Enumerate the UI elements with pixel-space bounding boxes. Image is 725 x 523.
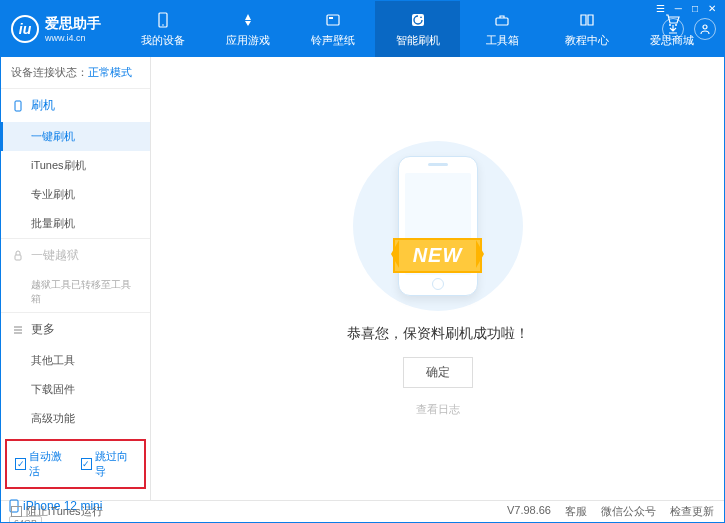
svg-rect-3 — [329, 17, 333, 19]
nav-tutorials[interactable]: 教程中心 — [545, 1, 630, 57]
new-ribbon: NEW — [393, 238, 483, 273]
svg-rect-2 — [327, 15, 339, 25]
checkbox-block-itunes[interactable]: 阻止iTunes运行 — [11, 504, 103, 519]
sidebar-item-pro-flash[interactable]: 专业刷机 — [1, 180, 150, 209]
ok-button[interactable]: 确定 — [403, 357, 473, 388]
refresh-icon — [409, 11, 427, 29]
more-icon — [11, 324, 25, 336]
lock-icon — [11, 250, 25, 262]
sidebar-more-header[interactable]: 更多 — [1, 313, 150, 346]
svg-point-8 — [703, 25, 707, 29]
logo-icon: iu — [11, 15, 39, 43]
window-controls: ☰ ─ □ ✕ — [654, 3, 718, 14]
nav-my-device[interactable]: 我的设备 — [121, 1, 206, 57]
jailbreak-note: 越狱工具已转移至工具箱 — [1, 272, 150, 312]
check-icon: ✓ — [81, 458, 92, 470]
nav-toolbox[interactable]: 工具箱 — [460, 1, 545, 57]
flash-options-highlight: ✓自动激活 ✓跳过向导 — [5, 439, 146, 489]
sidebar-jailbreak-header[interactable]: 一键越狱 — [1, 239, 150, 272]
checkbox-icon — [11, 506, 22, 517]
app-url: www.i4.cn — [45, 33, 101, 43]
app-header: ☰ ─ □ ✕ iu 爱思助手 www.i4.cn 我的设备 应用游戏 铃声壁纸… — [1, 1, 724, 57]
check-icon: ✓ — [15, 458, 26, 470]
device-status: 设备连接状态：正常模式 — [1, 57, 150, 88]
success-message: 恭喜您，保资料刷机成功啦！ — [347, 325, 529, 343]
close-button[interactable]: ✕ — [706, 3, 718, 14]
phone-icon — [154, 11, 172, 29]
nav-apps-games[interactable]: 应用游戏 — [206, 1, 291, 57]
support-link[interactable]: 客服 — [565, 504, 587, 519]
app-name: 爱思助手 — [45, 15, 101, 33]
svg-rect-5 — [496, 18, 508, 25]
check-update-link[interactable]: 检查更新 — [670, 504, 714, 519]
svg-rect-10 — [15, 255, 21, 260]
checkbox-skip-guide[interactable]: ✓跳过向导 — [81, 449, 137, 479]
nav-smart-flash[interactable]: 智能刷机 — [375, 1, 460, 57]
sidebar-item-advanced[interactable]: 高级功能 — [1, 404, 150, 433]
sidebar: 设备连接状态：正常模式 刷机 一键刷机 iTunes刷机 专业刷机 批量刷机 一… — [1, 57, 151, 500]
app-logo: iu 爱思助手 www.i4.cn — [11, 15, 121, 43]
flash-icon — [11, 100, 25, 112]
sidebar-flash-header[interactable]: 刷机 — [1, 89, 150, 122]
toolbox-icon — [493, 11, 511, 29]
svg-point-1 — [163, 24, 165, 26]
download-icon[interactable] — [662, 18, 684, 40]
view-log-link[interactable]: 查看日志 — [416, 402, 460, 417]
success-illustration: NEW — [338, 141, 538, 311]
minimize-button[interactable]: ─ — [673, 3, 684, 14]
nav-ringtone-wallpaper[interactable]: 铃声壁纸 — [290, 1, 375, 57]
main-nav: 我的设备 应用游戏 铃声壁纸 智能刷机 工具箱 教程中心 爱思商城 — [121, 1, 714, 57]
wechat-link[interactable]: 微信公众号 — [601, 504, 656, 519]
sidebar-item-oneclick-flash[interactable]: 一键刷机 — [1, 122, 150, 151]
main-content: NEW 恭喜您，保资料刷机成功啦！ 确定 查看日志 — [151, 57, 724, 500]
status-value: 正常模式 — [88, 66, 132, 78]
user-icon[interactable] — [694, 18, 716, 40]
apps-icon — [239, 11, 257, 29]
checkbox-auto-activate[interactable]: ✓自动激活 — [15, 449, 71, 479]
sidebar-item-other-tools[interactable]: 其他工具 — [1, 346, 150, 375]
book-icon — [578, 11, 596, 29]
wallpaper-icon — [324, 11, 342, 29]
version-label: V7.98.66 — [507, 504, 551, 519]
maximize-button[interactable]: □ — [690, 3, 700, 14]
header-actions — [662, 18, 716, 40]
sidebar-item-itunes-flash[interactable]: iTunes刷机 — [1, 151, 150, 180]
sidebar-item-batch-flash[interactable]: 批量刷机 — [1, 209, 150, 238]
sidebar-item-download-firmware[interactable]: 下载固件 — [1, 375, 150, 404]
svg-rect-9 — [15, 101, 21, 111]
menu-icon[interactable]: ☰ — [654, 3, 667, 14]
